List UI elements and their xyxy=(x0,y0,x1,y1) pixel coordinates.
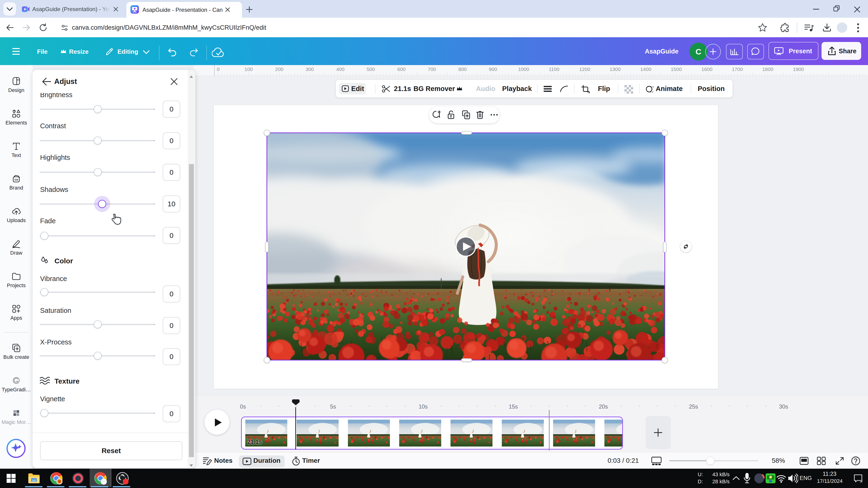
svg-text:co: co xyxy=(14,178,18,181)
